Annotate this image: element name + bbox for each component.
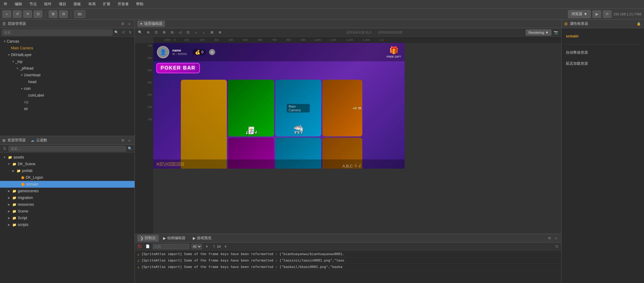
game-card-1[interactable]: 👸 ရုမ်းကိုမိး xyxy=(181,80,227,169)
console-file-btn[interactable]: 📄 xyxy=(145,244,151,249)
inspector-active-item[interactable]: scmain xyxy=(564,32,642,40)
assets-search-input[interactable] xyxy=(9,146,126,151)
tree-item-pfhead[interactable]: ▼ _pfHead xyxy=(0,65,135,72)
hierarchy-menu-icon[interactable]: ≡ xyxy=(127,21,132,27)
assets-item-dk-logon[interactable]: 🔶 DK_Logon xyxy=(0,174,135,181)
tree-item-coinlabel[interactable]: coinLabel xyxy=(0,92,135,99)
assets-search-icon[interactable]: 🔍 xyxy=(127,146,133,151)
log-line-2[interactable]: ⚠ [SpriteAtlas import] Some of the frame… xyxy=(136,258,560,264)
select-button[interactable]: ⊡ xyxy=(34,10,42,18)
tool5[interactable]: ↔ xyxy=(192,29,199,36)
rendering-button[interactable]: Rendering ▼ xyxy=(526,29,551,36)
scene-tab[interactable]: ✦ 场景编辑器 xyxy=(137,21,165,27)
tree-item-coin[interactable]: ▼ coin xyxy=(0,85,135,92)
zoom-in-icon[interactable]: ⊕ xyxy=(145,29,151,36)
hierarchy-search-bar: 🔍 ↺ ⇅ xyxy=(0,28,135,37)
tree-item-userhead[interactable]: ▼ UserHead xyxy=(0,72,135,78)
menu-item-developer[interactable]: 开发者 xyxy=(116,1,130,7)
expand-icon[interactable]: ⊞ xyxy=(547,235,552,241)
log-line-3[interactable]: ⚠ [SpriteAtlas import] Some of the frame… xyxy=(136,264,560,270)
tree-item-top[interactable]: ▼ _top xyxy=(0,58,135,65)
add-button[interactable]: + xyxy=(2,10,11,18)
bottom-tabs: ❯ 控制台 ▶ 动画编辑器 ▶ 游戏预览 ⊞ ≡ xyxy=(135,234,561,243)
assets-item-resources[interactable]: ▶ 📁 resources xyxy=(0,201,135,208)
search-icon[interactable]: 🔍 xyxy=(114,30,119,35)
animation-tab-label: 动画编辑器 xyxy=(167,235,185,241)
console-clear-btn[interactable]: 🚫 xyxy=(137,244,143,249)
menu-item-node[interactable]: 节点 xyxy=(28,1,38,7)
menu-item-edit[interactable]: 编辑 xyxy=(13,1,23,7)
console-tab[interactable]: ❯ 控制台 xyxy=(137,235,159,242)
play-button[interactable]: ▶ xyxy=(593,10,601,18)
tree-item-str[interactable]: str xyxy=(0,105,135,112)
assets-item-dk-scene[interactable]: ▼ 📁 DK_Scene xyxy=(0,161,135,167)
tree-arrow: ▼ xyxy=(20,86,24,91)
zoom-out-icon[interactable]: 🔍 xyxy=(137,29,143,36)
sort-icon[interactable]: ⇅ xyxy=(127,30,133,35)
console-maximize-btn[interactable]: ⊡ xyxy=(554,244,559,249)
tool4[interactable]: ⊡ xyxy=(185,29,191,36)
inspector-item-release[interactable]: 自动释放资源 xyxy=(564,48,642,57)
browser-button[interactable]: 浏览器 ▼ xyxy=(568,10,591,18)
assets-item-prefab[interactable]: ▶ 📁 prefab xyxy=(0,167,135,174)
inspector-item-deferred[interactable]: 延迟加载资源 xyxy=(564,59,642,68)
menu-item-file[interactable]: 件 xyxy=(2,1,9,7)
assets-item-assets[interactable]: ▼ 📁 assets xyxy=(0,154,135,161)
assets-copy-icon[interactable]: ⊞ xyxy=(120,138,125,143)
cut-button[interactable]: ✕ xyxy=(23,10,32,18)
menu-bar: 件 编辑 节点 组件 项目 面板 布局 扩展 开发者 帮助 xyxy=(0,0,644,9)
assets-list-icon[interactable]: ☰ xyxy=(2,146,7,151)
tree-item-head[interactable]: head xyxy=(0,78,135,85)
preview-tab[interactable]: ▶ 游戏预览 xyxy=(190,235,215,242)
hierarchy-search-input[interactable] xyxy=(2,29,112,36)
scene-canvas[interactable]: 1000 0 100 200 300 400 500 600 700 800 9… xyxy=(135,37,561,234)
tool8[interactable]: ⊕ xyxy=(216,29,223,36)
menu-item-component[interactable]: 组件 xyxy=(43,1,53,7)
assets-item-gamescenes[interactable]: ▶ 📁 gamescenes xyxy=(0,188,135,194)
refresh-hierarchy-icon[interactable]: ↺ xyxy=(120,30,126,35)
bottom-menu-icon[interactable]: ≡ xyxy=(553,235,559,241)
console-filter-input[interactable] xyxy=(153,244,189,249)
add-coin-button[interactable]: + xyxy=(209,49,215,55)
menu-item-extend[interactable]: 扩展 xyxy=(102,1,112,7)
refresh-button[interactable]: ⟳ xyxy=(603,10,612,18)
tool3[interactable]: ◁ xyxy=(177,29,183,36)
tree-item-dkhalllayer[interactable]: ▼ DKHallLayer xyxy=(0,52,135,58)
camera-icon[interactable]: 📷 xyxy=(553,29,559,36)
tool2[interactable]: ⊟ xyxy=(169,29,175,36)
hierarchy-copy-icon[interactable]: ⊞ xyxy=(120,21,125,27)
animation-tab[interactable]: ▶ 动画编辑器 xyxy=(160,235,189,242)
console-level-select[interactable]: All xyxy=(191,244,202,249)
tool1[interactable]: ⊞ xyxy=(161,29,167,36)
console-dropdown-btn[interactable]: ▼ xyxy=(204,244,210,249)
assets-item-scene[interactable]: ▶ 📁 Scene xyxy=(0,208,135,215)
menu-item-project[interactable]: 项目 xyxy=(58,1,67,7)
box-button[interactable]: ⊞ xyxy=(49,10,57,18)
undo-button[interactable]: ↺ xyxy=(13,10,21,18)
main-layout: ☰ 层级管理器 ⊞ ≡ 🔍 ↺ ⇅ ▼ Canvas xyxy=(0,20,644,283)
menu-item-help[interactable]: 帮助 xyxy=(135,1,145,7)
free-gift-label: FREE GIFT xyxy=(387,55,401,58)
minus-button[interactable]: ⊟ xyxy=(59,10,68,18)
game-card-4a[interactable]: စလောာ xyxy=(322,80,362,136)
tool6[interactable]: ↕ xyxy=(200,29,207,36)
menu-item-panel[interactable]: 面板 xyxy=(72,1,82,7)
log-line-1[interactable]: ⚠ [SpriteAtlas import] Some of the frame… xyxy=(136,251,560,258)
tool7[interactable]: ⊠ xyxy=(208,29,215,36)
fit-icon[interactable]: ⊡ xyxy=(153,29,159,36)
tree-item-canvas[interactable]: ▼ Canvas xyxy=(0,38,135,45)
menu-item-layout[interactable]: 布局 xyxy=(87,1,97,7)
lock-icon[interactable]: 🔒 xyxy=(636,21,642,27)
tree-arrow xyxy=(24,93,28,98)
tree-item-main-camera[interactable]: Main Camera xyxy=(0,45,135,52)
assets-item-script[interactable]: ▶ 📁 Script xyxy=(0,215,135,221)
assets-item-migration[interactable]: ▶ 📁 migration xyxy=(0,194,135,201)
assets-item-scmain[interactable]: 🔶 scmain xyxy=(0,181,135,188)
assets-menu-icon[interactable]: ≡ xyxy=(127,138,132,143)
game-card-3[interactable]: 🦈 Main Camera ငါးပစ် xyxy=(275,80,321,136)
3d-button[interactable]: 3D xyxy=(74,10,85,18)
game-card-2[interactable]: 🃏 နိုင်လှူကြိး xyxy=(228,80,274,136)
tree-item-vip[interactable]: vip xyxy=(0,99,135,105)
font-size-arrow[interactable]: ▼ xyxy=(223,244,229,249)
assets-item-scripts[interactable]: ▶ 📁 scripts xyxy=(0,221,135,228)
